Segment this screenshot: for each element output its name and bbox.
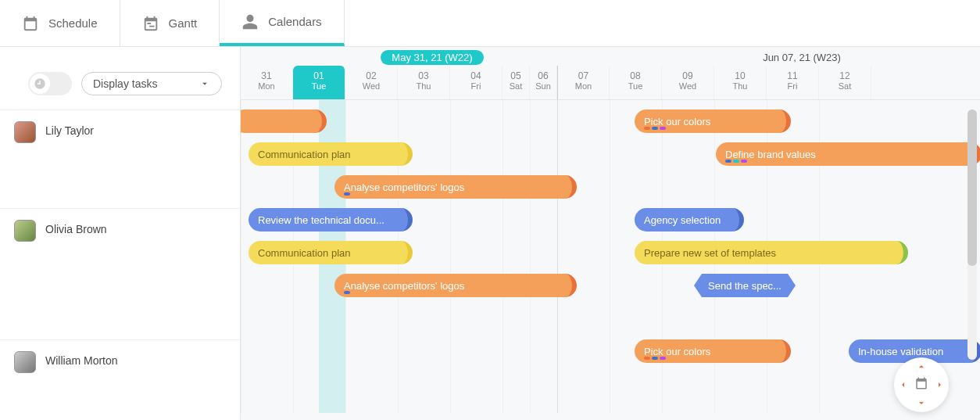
task-tag-dot bbox=[660, 357, 666, 360]
task-bar[interactable]: Send the spec... bbox=[694, 274, 796, 297]
day-num: 04 bbox=[450, 70, 502, 81]
day-num: 11 bbox=[767, 70, 818, 81]
task-label: Analyse competitors' logos bbox=[344, 280, 464, 292]
tab-label: Gantt bbox=[169, 16, 198, 30]
clock-icon bbox=[34, 77, 46, 90]
day-header[interactable]: 01Tue bbox=[293, 66, 345, 99]
person-icon bbox=[241, 13, 259, 31]
day-dow: Sat bbox=[503, 81, 529, 91]
day-header[interactable]: 02Wed bbox=[345, 66, 398, 99]
tab-label: Calendars bbox=[268, 15, 321, 28]
task-bar[interactable]: Pick our colors bbox=[635, 109, 791, 133]
top-tabs: Schedule Gantt Calendars bbox=[0, 0, 980, 47]
day-num: 03 bbox=[398, 70, 449, 81]
gantt-icon bbox=[142, 15, 159, 32]
day-headers: 31Mon01Tue02Wed03Thu04Fri05Sat06Sun07Mon… bbox=[241, 66, 980, 100]
task-tag-dot bbox=[741, 160, 747, 163]
task-tag-dot bbox=[344, 291, 350, 294]
toggle-knob bbox=[30, 74, 50, 94]
day-header[interactable]: 03Thu bbox=[398, 66, 450, 99]
scrollbar-thumb[interactable] bbox=[967, 109, 977, 266]
person-row: William Morton bbox=[0, 339, 240, 420]
task-bar[interactable]: Pick our colors bbox=[635, 339, 791, 363]
tab-schedule[interactable]: Schedule bbox=[0, 0, 120, 46]
day-header[interactable]: 12Sat bbox=[819, 66, 871, 99]
toolbar: Display tasks bbox=[16, 64, 234, 103]
nav-up-icon[interactable] bbox=[917, 362, 926, 372]
day-dow: Thu bbox=[398, 81, 449, 91]
day-header[interactable]: 06Sun bbox=[530, 66, 557, 99]
task-bar[interactable]: Communication plan bbox=[249, 142, 413, 166]
tab-calendars[interactable]: Calendars bbox=[220, 0, 344, 46]
task-bar[interactable]: Prepare new set of templates bbox=[635, 241, 908, 264]
toggle-switch[interactable] bbox=[28, 72, 72, 95]
day-header[interactable]: 04Fri bbox=[450, 66, 503, 99]
task-label: Review the technical docu... bbox=[258, 214, 384, 226]
nav-down-icon[interactable] bbox=[917, 398, 926, 407]
chevron-down-icon bbox=[199, 78, 210, 89]
day-dow: Mon bbox=[241, 81, 292, 91]
avatar bbox=[14, 351, 36, 373]
task-label: Agency selection bbox=[644, 214, 721, 226]
display-tasks-select[interactable]: Display tasks bbox=[81, 72, 222, 95]
task-tag-dot bbox=[652, 357, 658, 360]
task-bar[interactable]: Communication plan bbox=[249, 241, 413, 264]
day-dow: Fri bbox=[767, 81, 818, 91]
week-label-current: May 31, 21 (W22) bbox=[381, 50, 483, 65]
task-tag-dot bbox=[660, 127, 666, 130]
day-header[interactable]: 07Mon bbox=[557, 66, 610, 99]
day-dow: Fri bbox=[450, 81, 502, 91]
day-num: 10 bbox=[714, 70, 766, 81]
day-num: 02 bbox=[345, 70, 397, 81]
task-tag-dot bbox=[725, 160, 731, 163]
task-bar[interactable]: Review the technical docu... bbox=[249, 208, 413, 232]
nav-left-icon[interactable] bbox=[899, 380, 908, 389]
task-bar[interactable]: Analyse competitors' logos bbox=[334, 175, 577, 199]
task-bar[interactable]: Analyse competitors' logos bbox=[334, 274, 577, 297]
task-bar[interactable]: Agency selection bbox=[635, 208, 744, 232]
task-label: Prepare new set of templates bbox=[644, 247, 776, 259]
timeline-body: Communication planAnalyse competitors' l… bbox=[241, 100, 980, 413]
day-header[interactable]: 08Tue bbox=[610, 66, 662, 99]
day-num: 08 bbox=[610, 70, 661, 81]
task-label: Communication plan bbox=[258, 247, 351, 259]
day-dow: Wed bbox=[345, 81, 397, 91]
calendar-icon bbox=[22, 15, 39, 32]
day-num: 12 bbox=[819, 70, 871, 81]
day-header[interactable]: 11Fri bbox=[767, 66, 819, 99]
day-header[interactable]: 09Wed bbox=[662, 66, 714, 99]
task-tag-dot bbox=[652, 127, 658, 130]
day-dow: Mon bbox=[558, 81, 609, 91]
day-num: 05 bbox=[503, 70, 529, 81]
task-label: Send the spec... bbox=[708, 280, 781, 292]
day-header[interactable]: 05Sat bbox=[503, 66, 530, 99]
task-tag-dot bbox=[644, 127, 650, 130]
select-label: Display tasks bbox=[93, 77, 157, 90]
person-name: William Morton bbox=[45, 354, 118, 367]
tab-gantt[interactable]: Gantt bbox=[120, 0, 220, 46]
task-label: Communication plan bbox=[258, 149, 351, 160]
day-header[interactable]: 31Mon bbox=[241, 66, 293, 99]
day-dow: Thu bbox=[714, 81, 766, 91]
avatar bbox=[14, 220, 36, 242]
nav-widget bbox=[894, 357, 949, 412]
vertical-scrollbar[interactable] bbox=[967, 109, 977, 360]
day-header[interactable]: 10Thu bbox=[714, 66, 767, 99]
day-dow: Tue bbox=[293, 81, 345, 91]
timeline[interactable]: May 31, 21 (W22) Jun 07, 21 (W23) 31Mon0… bbox=[241, 47, 980, 420]
task-bar[interactable]: Define brand values bbox=[716, 142, 980, 166]
task-bar[interactable] bbox=[241, 109, 327, 133]
person-row: Olivia Brown bbox=[0, 208, 240, 339]
day-num: 01 bbox=[293, 70, 345, 81]
day-num: 31 bbox=[241, 70, 292, 81]
task-tag-dot bbox=[733, 160, 739, 163]
person-row: Lily Taylor bbox=[0, 109, 240, 208]
week-headers: May 31, 21 (W22) Jun 07, 21 (W23) bbox=[241, 47, 980, 66]
week-label: Jun 07, 21 (W23) bbox=[763, 52, 841, 63]
nav-right-icon[interactable] bbox=[935, 380, 944, 389]
person-name: Lily Taylor bbox=[45, 124, 94, 137]
task-tag-dot bbox=[344, 192, 350, 196]
day-num: 09 bbox=[662, 70, 714, 81]
task-label: Analyse competitors' logos bbox=[344, 181, 464, 193]
nav-today-button[interactable] bbox=[914, 376, 928, 393]
